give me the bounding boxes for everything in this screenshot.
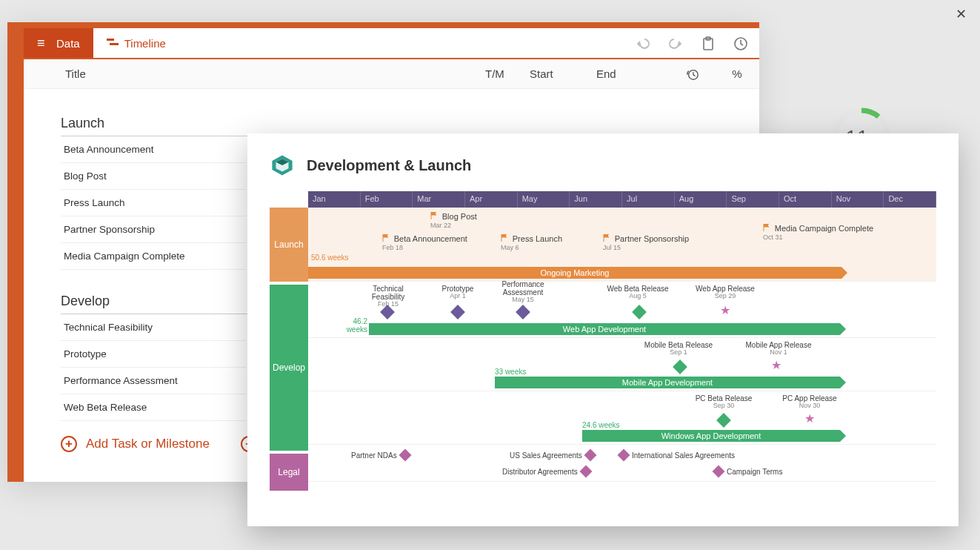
diamond-icon bbox=[618, 449, 630, 462]
add-task-icon[interactable]: + bbox=[61, 436, 77, 452]
tab-data-label: Data bbox=[56, 37, 80, 50]
legal-nda-label: Partner NDAs bbox=[351, 451, 397, 460]
month-cell: Dec bbox=[884, 191, 936, 208]
task-row[interactable]: Prototype bbox=[61, 341, 246, 368]
month-cell: Sep bbox=[727, 191, 779, 208]
month-cell: Apr bbox=[465, 191, 518, 208]
bar-ongoing-marketing: Ongoing Marketing bbox=[308, 267, 841, 279]
legal-us-label: US Sales Agreements bbox=[510, 451, 582, 460]
weeks-pc: 24.6 weeks bbox=[582, 421, 620, 429]
bar-label: Windows App Development bbox=[661, 431, 761, 440]
bar-mobile-dev: Mobile App Development bbox=[495, 377, 840, 388]
col-tm: T/M bbox=[485, 67, 530, 80]
bar-web-dev: Web App Development bbox=[369, 323, 840, 335]
month-cell: Mar bbox=[413, 191, 465, 208]
svg-rect-3 bbox=[110, 43, 119, 45]
swimlane-launch: Launch bbox=[270, 208, 308, 282]
diamond-icon bbox=[450, 305, 465, 319]
tab-data[interactable]: Data bbox=[24, 28, 93, 58]
task-row[interactable]: Media Campaign Complete bbox=[61, 243, 246, 270]
bar-label: Web App Development bbox=[563, 325, 646, 334]
tab-bar: Data Timeline bbox=[24, 28, 759, 59]
list-icon bbox=[37, 36, 50, 50]
ms-pcbeta-d: Sep 30 bbox=[690, 402, 757, 410]
bar-label: Ongoing Marketing bbox=[541, 268, 610, 277]
month-header: Jan Feb Mar Apr May Jun Jul Aug Sep Oct … bbox=[308, 191, 936, 208]
flag-media-title: Media Campaign Complete bbox=[775, 224, 873, 233]
flag-beta-title: Beta Announcement bbox=[394, 234, 467, 243]
col-end: End bbox=[596, 67, 670, 80]
diamond-icon bbox=[584, 449, 596, 462]
ms-webbeta-d: Aug 5 bbox=[604, 293, 671, 300]
weeks-web: 46.2 weeks bbox=[338, 317, 367, 334]
timeline-icon bbox=[107, 37, 119, 49]
col-title: Title bbox=[24, 67, 485, 80]
flag-blog-title: Blog Post bbox=[442, 212, 477, 221]
lane-launch: Blog Post Mar 22 Beta Announcement Feb 1… bbox=[308, 208, 936, 282]
task-row[interactable]: Technical Feasibility bbox=[61, 314, 246, 341]
diamond-icon bbox=[516, 305, 530, 319]
app-logo-icon bbox=[270, 153, 295, 178]
svg-rect-2 bbox=[107, 39, 114, 41]
column-headers: Title T/M Start End % bbox=[24, 59, 759, 89]
legal-us: US Sales Agreements bbox=[510, 451, 595, 460]
close-icon[interactable]: ✕ bbox=[956, 6, 967, 22]
redo-button[interactable] bbox=[667, 36, 684, 52]
col-pct: % bbox=[715, 67, 759, 80]
star-icon: ★ bbox=[771, 360, 781, 371]
diamond-icon bbox=[399, 449, 411, 462]
star-icon: ★ bbox=[804, 414, 815, 424]
bar-pc-dev: Windows App Development bbox=[582, 430, 840, 442]
month-cell: Jun bbox=[570, 191, 622, 208]
tab-timeline[interactable]: Timeline bbox=[93, 28, 179, 58]
ms-tech-t: Technical Feasibility bbox=[372, 285, 404, 301]
task-row[interactable]: Press Launch bbox=[61, 190, 246, 216]
col-start: Start bbox=[530, 67, 596, 80]
task-row[interactable]: Partner Sponsorship bbox=[61, 216, 246, 243]
weeks-mobile: 33 weeks bbox=[495, 368, 526, 376]
clipboard-button[interactable] bbox=[700, 36, 716, 52]
month-cell: Jan bbox=[308, 191, 361, 208]
task-row[interactable]: Web Beta Release bbox=[61, 394, 246, 421]
diamond-icon bbox=[579, 465, 592, 478]
flag-partner-title: Partner Sponsorship bbox=[615, 234, 689, 243]
timeline-preview: Development & Launch Launch Develop Lega… bbox=[247, 133, 959, 526]
col-duration-icon bbox=[670, 67, 715, 81]
month-cell: Feb bbox=[361, 191, 413, 208]
task-row[interactable]: Blog Post bbox=[61, 163, 246, 190]
month-cell: Aug bbox=[675, 191, 727, 208]
ms-pcrel-d: Nov 30 bbox=[776, 402, 843, 410]
ms-mrel-d: Nov 1 bbox=[738, 349, 819, 357]
task-row[interactable]: Beta Announcement bbox=[61, 136, 246, 163]
flag-icon bbox=[382, 234, 390, 242]
legal-camp-label: Campaign Terms bbox=[727, 468, 782, 476]
flag-press-title: Press Launch bbox=[513, 234, 562, 243]
legal-intl-label: International Sales Agreements bbox=[632, 451, 735, 460]
task-row[interactable]: Performance Assessment bbox=[61, 368, 246, 394]
flag-icon bbox=[603, 234, 610, 242]
legal-intl: International Sales Agreements bbox=[619, 451, 735, 460]
preview-title: Development & Launch bbox=[307, 157, 471, 174]
star-icon: ★ bbox=[720, 305, 730, 316]
ms-perf-d: May 15 bbox=[493, 296, 553, 304]
month-cell: Oct bbox=[779, 191, 832, 208]
ms-webrel-d: Sep 29 bbox=[692, 293, 759, 300]
history-button[interactable] bbox=[733, 36, 749, 52]
month-cell: May bbox=[518, 191, 570, 208]
swimlane-legal: Legal bbox=[270, 454, 308, 491]
month-cell: Nov bbox=[832, 191, 884, 208]
legal-dist-label: Distributor Agreements bbox=[502, 468, 578, 476]
legal-nda: Partner NDAs bbox=[351, 451, 410, 460]
lane-legal: Partner NDAs US Sales Agreements Interna… bbox=[308, 445, 936, 482]
undo-button[interactable] bbox=[635, 36, 651, 52]
add-task-label[interactable]: Add Task or Milestone bbox=[86, 437, 210, 451]
flag-press-date: May 6 bbox=[501, 244, 519, 251]
flag-partner-date: Jul 15 bbox=[603, 244, 621, 251]
group-launch-title[interactable]: Launch bbox=[61, 111, 727, 136]
ms-mbeta-d: Sep 1 bbox=[641, 349, 716, 357]
lane-dev-pc: PC Beta ReleaseSep 30 PC App ReleaseNov … bbox=[308, 391, 936, 445]
lane-dev-mobile: Mobile Beta ReleaseSep 1 Mobile App Rele… bbox=[308, 338, 936, 391]
diamond-icon bbox=[673, 360, 687, 374]
flag-icon bbox=[430, 212, 438, 219]
bar-label: Mobile App Development bbox=[622, 378, 713, 387]
